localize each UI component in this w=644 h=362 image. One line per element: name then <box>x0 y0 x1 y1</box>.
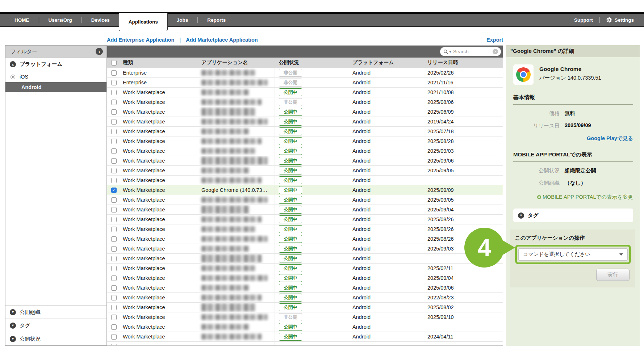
clear-search-icon[interactable]: × <box>493 49 498 54</box>
table-row[interactable]: Work Marketplace 公開中 Android 2025/08/26 <box>107 234 503 244</box>
row-checkbox[interactable] <box>111 207 117 212</box>
table-row[interactable]: Work Marketplace 公開中 Android 2019/04/24 <box>107 117 503 127</box>
nav-tab-devices[interactable]: Devices <box>82 14 119 26</box>
application-table: ▼ × 種類 アプリケーション名 公開状況 プラットフォーム リリース日時 En… <box>107 45 503 346</box>
nav-tab-jobs[interactable]: Jobs <box>167 14 198 26</box>
row-checkbox[interactable] <box>111 295 117 300</box>
row-platform: Android <box>350 236 422 242</box>
row-checkbox[interactable] <box>111 227 117 232</box>
row-app-name <box>196 176 275 185</box>
row-checkbox[interactable] <box>111 158 117 164</box>
table-row[interactable]: Work Marketplace 公開中 Android 2025/09/05 <box>107 166 503 176</box>
search-input[interactable] <box>453 49 493 54</box>
table-row[interactable]: Work Marketplace 公開中 Android 2025/06/09 <box>107 107 503 117</box>
table-row[interactable]: Work Marketplace 公開中 Android 2025/08/26 <box>107 224 503 234</box>
row-app-name <box>196 254 275 263</box>
row-checkbox[interactable] <box>111 305 117 310</box>
table-row[interactable]: Work Marketplace 公開中 Android 2025/07/18 <box>107 127 503 136</box>
table-row[interactable]: Work Marketplace 公開中 Android 2025/09/05 <box>107 195 503 205</box>
row-release-date: 2025/09/06 <box>422 158 503 164</box>
platform-option-android[interactable]: Android <box>5 82 106 92</box>
table-row[interactable]: Work Marketplace 公開中 Android <box>107 254 503 264</box>
row-checkbox[interactable] <box>111 285 117 291</box>
row-checkbox[interactable] <box>111 334 117 340</box>
row-checkbox[interactable] <box>111 324 117 330</box>
collapse-sidebar-button[interactable]: ‹ <box>96 48 103 55</box>
row-checkbox[interactable] <box>111 100 117 105</box>
row-type: Enterprise <box>120 80 196 85</box>
export-link[interactable]: Export <box>486 37 503 43</box>
table-row[interactable]: Work Marketplace 公開中 Android 2025/09/03 <box>107 244 503 254</box>
row-checkbox[interactable] <box>111 119 117 125</box>
row-checkbox[interactable] <box>111 197 117 203</box>
add-marketplace-application-link[interactable]: Add Marketplace Application <box>186 37 258 43</box>
table-row[interactable]: Work Marketplace 公開中 Android 2022/08/23 <box>107 293 503 303</box>
nav-tab-applications[interactable]: Applications <box>119 13 167 31</box>
row-checkbox[interactable]: ✓ <box>111 188 117 193</box>
table-row[interactable]: Work Marketplace 非公開 Android 2025/08/06 <box>107 97 503 107</box>
table-row[interactable]: Work Marketplace 公開中 Android <box>107 322 503 332</box>
nav-tab-reports[interactable]: Reports <box>198 14 235 26</box>
row-type: Work Marketplace <box>120 334 196 340</box>
table-row[interactable]: Work Marketplace 公開中 Android 2025/09/06 <box>107 156 503 166</box>
settings-link[interactable]: Settings <box>606 17 634 23</box>
table-row[interactable]: Work Marketplace 公開中 Android 2025/02/11 <box>107 264 503 273</box>
table-row[interactable]: Enterprise 非公開 Android 2021/11/16 <box>107 78 503 88</box>
row-checkbox[interactable] <box>111 246 117 252</box>
table-row[interactable]: Work Marketplace 公開中 Android 2025/08/02 <box>107 303 503 312</box>
support-link[interactable]: Support <box>574 17 593 23</box>
row-checkbox[interactable] <box>111 178 117 183</box>
row-type: Work Marketplace <box>120 177 196 183</box>
table-row[interactable]: Enterprise 非公開 Android 2025/02/26 <box>107 68 503 78</box>
execute-button[interactable]: 実行 <box>596 269 630 281</box>
tag-section-toggle[interactable]: ▼ タグ <box>513 209 633 222</box>
row-checkbox[interactable] <box>111 236 117 242</box>
row-checkbox[interactable] <box>111 109 117 115</box>
nav-tab-users-org[interactable]: Users/Org <box>39 14 81 26</box>
table-row[interactable]: Work Marketplace 公開中 Android 2025/09/04 <box>107 273 503 283</box>
table-row[interactable]: Work Marketplace 公開中 Android 2024/04/11 <box>107 332 503 342</box>
row-checkbox[interactable] <box>111 344 117 346</box>
sidebar-section-公開組織[interactable]: ▼公開組織 <box>5 305 106 319</box>
table-row[interactable]: Work Marketplace 公開中 Android 2025/08/26 <box>107 215 503 224</box>
row-checkbox[interactable] <box>111 129 117 134</box>
row-checkbox[interactable] <box>111 256 117 261</box>
row-checkbox[interactable] <box>111 217 117 222</box>
google-play-link[interactable]: Google Playで見る <box>587 135 633 141</box>
table-row[interactable]: Work Marketplace 公開中 Android <box>107 176 503 185</box>
command-select[interactable]: コマンドを選択してください <box>518 248 628 261</box>
search-scope-dropdown-icon[interactable]: ▼ <box>449 50 452 54</box>
table-row[interactable]: Work Marketplace 公開中 Android 2025/08/28 <box>107 136 503 146</box>
row-checkbox[interactable] <box>111 90 117 95</box>
table-row[interactable]: Work Marketplace 非公開 Android 2025/09/10 <box>107 312 503 322</box>
status-badge: 公開中 <box>279 245 302 253</box>
nav-tab-home[interactable]: HOME <box>5 14 39 26</box>
row-type: Work Marketplace <box>120 197 196 203</box>
row-checkbox[interactable] <box>111 315 117 320</box>
select-all-checkbox[interactable] <box>111 60 117 66</box>
platform-section-toggle[interactable]: ▲ プラットフォーム <box>5 58 106 71</box>
row-checkbox[interactable] <box>111 148 117 154</box>
table-row[interactable]: Work Marketplace 公開中 Android 2025/09/06 <box>107 283 503 293</box>
table-row[interactable]: Work Marketplace 公開中 Android 2021/10/08 <box>107 88 503 97</box>
row-checkbox[interactable] <box>111 266 117 271</box>
change-portal-display-link[interactable]: MOBILE APP PORTALでの表示を変更 <box>537 194 633 201</box>
row-checkbox[interactable] <box>111 275 117 281</box>
row-checkbox[interactable] <box>111 168 117 173</box>
redacted-app-name <box>201 236 268 242</box>
chrome-app-icon <box>513 64 534 85</box>
add-enterprise-application-link[interactable]: Add Enterprise Application <box>107 37 174 43</box>
row-checkbox[interactable] <box>111 80 117 85</box>
table-row[interactable]: Work Marketplace 公開中 Android 2025/09/04 <box>107 205 503 215</box>
row-checkbox[interactable] <box>111 139 117 144</box>
row-checkbox[interactable] <box>111 70 117 76</box>
row-type: Work Marketplace <box>120 168 196 173</box>
search-box[interactable]: ▼ × <box>440 47 501 56</box>
table-row[interactable]: Work Marketplace 公開中 Android 2025/09/03 <box>107 146 503 156</box>
app-name: Google Chrome <box>539 66 601 72</box>
sidebar-section-タグ[interactable]: ▼タグ <box>5 319 106 332</box>
table-row[interactable]: ✓ Work Marketplace Google Chrome (140.0.… <box>107 185 503 195</box>
platform-option-ios[interactable]: iOS <box>5 71 106 82</box>
sidebar-section-公開状況[interactable]: ▼公開状況 <box>5 332 106 345</box>
row-release-date: 2025/09/06 <box>422 285 503 291</box>
